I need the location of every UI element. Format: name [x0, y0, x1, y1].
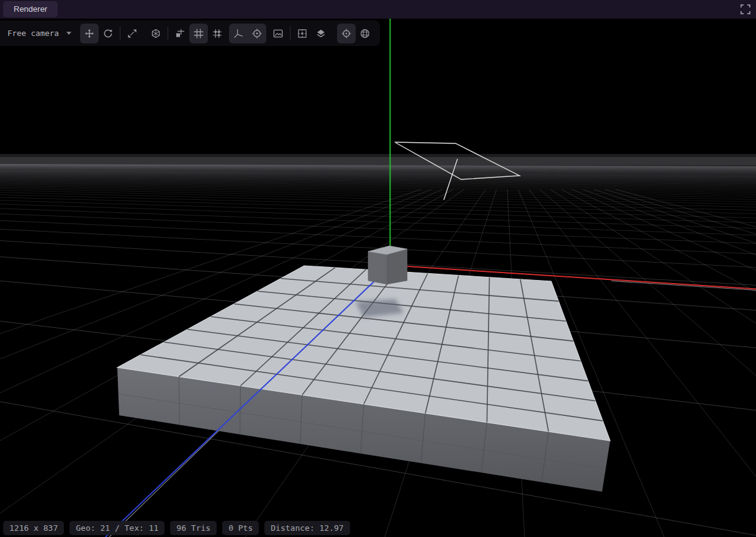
grid-snap-button[interactable] [208, 24, 227, 43]
scale-icon [127, 28, 138, 39]
frame-center-icon [297, 28, 308, 39]
render-preview-button[interactable] [269, 24, 287, 43]
rotate-icon [102, 28, 114, 39]
status-chip-triangle-count: 96 Tris [170, 521, 217, 535]
image-icon [272, 28, 284, 39]
rotate-tool-button[interactable] [99, 24, 117, 43]
scale-tool-button[interactable] [123, 24, 142, 43]
orbit-gizmo-button[interactable] [248, 24, 266, 43]
snap-corner-button[interactable] [171, 24, 189, 43]
toolbar-separator [120, 27, 120, 40]
wireframe-cube-button[interactable] [146, 24, 165, 43]
frame-selected-button[interactable] [293, 24, 312, 43]
axes-icon [233, 28, 244, 39]
tool-button-strip [80, 24, 374, 43]
status-bar: 1216 x 837Geo: 21 / Tex: 1196 Tris0 PtsD… [3, 521, 350, 535]
snap-corner-icon [174, 28, 186, 39]
layers-icon [315, 28, 326, 39]
target-icon [341, 28, 352, 39]
tab-renderer[interactable]: Renderer [3, 1, 58, 17]
cube[interactable] [368, 246, 407, 284]
move-tool-button[interactable] [80, 24, 99, 43]
toolbar-separator [290, 27, 290, 40]
camera-mode-dropdown[interactable]: Free camera [7, 29, 72, 38]
viewport-toolbar: Free camera [0, 20, 380, 46]
axes-gizmo-button[interactable] [229, 24, 248, 43]
layers-button[interactable] [312, 24, 330, 43]
toolbar-separator [168, 27, 168, 40]
chevron-down-icon [66, 31, 72, 35]
tab-bar: Renderer [0, 0, 756, 19]
world-globe-button[interactable] [356, 24, 374, 43]
focus-target-button[interactable] [337, 24, 356, 43]
camera-mode-label: Free camera [7, 29, 59, 38]
status-chip-geo-tex-count: Geo: 21 / Tex: 11 [70, 521, 164, 535]
gizmo-circle-icon [251, 28, 263, 39]
wirecube-icon [150, 28, 161, 39]
viewport-3d[interactable] [0, 19, 756, 537]
fullscreen-expand-icon[interactable] [740, 4, 751, 15]
globe-icon [359, 28, 371, 39]
grid-snap-icon [212, 28, 223, 39]
status-chip-camera-distance: Distance: 12.97 [264, 521, 349, 535]
move-icon [84, 28, 95, 39]
grid-toggle-button[interactable] [189, 24, 208, 43]
status-chip-viewport-resolution: 1216 x 837 [3, 521, 64, 535]
grid-icon [193, 28, 204, 39]
status-chip-point-count: 0 Pts [222, 521, 259, 535]
renderer-window: Renderer Free camera 1216 x 837Geo: 21 /… [0, 0, 756, 537]
